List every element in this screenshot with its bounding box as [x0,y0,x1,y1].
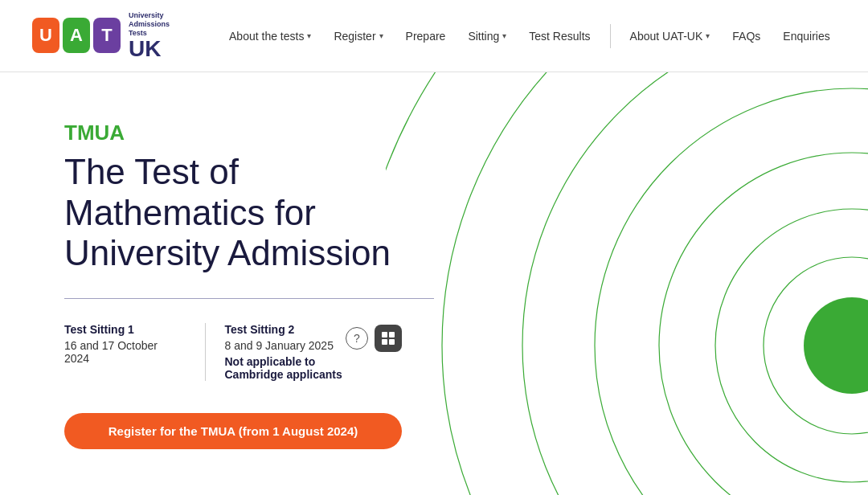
main-content: TMUA The Test of Mathematics for Univers… [0,72,868,495]
sitting-row: Test Sitting 1 16 and 17 October 2024 Te… [64,323,402,381]
about-uat-caret: ▾ [706,31,710,40]
logo-t: T [93,18,121,53]
sitting-caret: ▾ [502,31,506,40]
logo-u: U [32,18,59,53]
sitting-2-title: Test Sitting 2 [225,323,346,336]
sitting-icons: ? [346,325,402,352]
section-divider [64,298,434,299]
svg-point-5 [522,72,868,495]
logo[interactable]: U A T UniversityAdmissionsTests UK [32,11,170,59]
svg-point-0 [804,297,868,394]
acronym-label: TMUA [64,121,402,145]
nav-enquiries[interactable]: Enquiries [772,30,841,43]
register-caret: ▾ [379,31,383,40]
nav-prepare[interactable]: Prepare [395,30,457,43]
svg-point-7 [386,72,868,495]
nav-faqs[interactable]: FAQs [721,30,772,43]
nav-about-uat[interactable]: About UAT-UK ▾ [619,30,722,43]
sitting-2-note: Not applicable to Cambridge applicants [225,355,346,381]
sitting-2-date: 8 and 9 January 2025 [225,339,346,352]
nav-test-results[interactable]: Test Results [518,30,601,43]
sitting-vertical-divider [205,323,206,381]
grid-icon-button[interactable] [375,325,402,352]
logo-text-top: UniversityAdmissionsTests [129,11,170,37]
svg-point-6 [442,72,868,495]
svg-point-4 [595,88,868,495]
sitting-1-date: 16 and 17 October 2024 [64,339,186,365]
hero-decoration [386,72,868,495]
sitting-1-block: Test Sitting 1 16 and 17 October 2024 [64,323,186,368]
help-icon[interactable]: ? [346,327,368,350]
nav-sitting[interactable]: Sitting ▾ [457,30,518,43]
register-button[interactable]: Register for the TMUA (from 1 August 202… [64,413,402,449]
nav-links: About the tests ▾ Register ▾ Prepare Sit… [218,24,841,48]
logo-text-uk: UK [129,38,170,60]
main-nav: U A T UniversityAdmissionsTests UK About… [0,0,868,72]
grid-icon [382,332,395,345]
left-content: TMUA The Test of Mathematics for Univers… [0,72,434,495]
sitting-1-title: Test Sitting 1 [64,323,186,336]
nav-register[interactable]: Register ▾ [322,30,394,43]
logo-a: A [63,18,90,53]
sitting-2-block: Test Sitting 2 8 and 9 January 2025 Not … [225,323,346,381]
nav-about-tests[interactable]: About the tests ▾ [218,30,322,43]
nav-divider [610,24,611,48]
page-title: The Test of Mathematics for University A… [64,152,402,274]
about-tests-caret: ▾ [307,31,311,40]
